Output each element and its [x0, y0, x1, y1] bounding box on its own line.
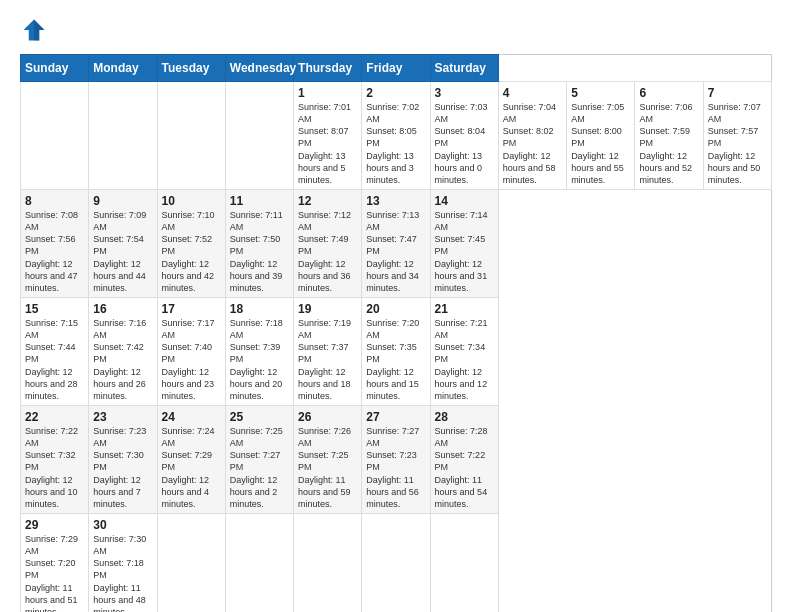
calendar-cell: 6 Sunrise: 7:06 AMSunset: 7:59 PMDayligh…	[635, 82, 703, 190]
day-number: 14	[435, 194, 494, 208]
day-info: Sunrise: 7:09 AMSunset: 7:54 PMDaylight:…	[93, 209, 152, 294]
calendar-cell: 20 Sunrise: 7:20 AMSunset: 7:35 PMDaylig…	[362, 297, 430, 405]
day-number: 30	[93, 518, 152, 532]
calendar-cell	[294, 513, 362, 612]
calendar-table: SundayMondayTuesdayWednesdayThursdayFrid…	[20, 54, 772, 612]
day-number: 17	[162, 302, 221, 316]
day-number: 28	[435, 410, 494, 424]
calendar-cell	[21, 82, 89, 190]
day-number: 20	[366, 302, 425, 316]
day-number: 25	[230, 410, 289, 424]
calendar-cell	[157, 82, 225, 190]
calendar-cell: 3 Sunrise: 7:03 AMSunset: 8:04 PMDayligh…	[430, 82, 498, 190]
calendar-header-sunday: Sunday	[21, 55, 89, 82]
day-number: 29	[25, 518, 84, 532]
calendar-cell	[225, 82, 293, 190]
day-number: 5	[571, 86, 630, 100]
day-number: 4	[503, 86, 562, 100]
calendar-header-row: SundayMondayTuesdayWednesdayThursdayFrid…	[21, 55, 772, 82]
day-info: Sunrise: 7:23 AMSunset: 7:30 PMDaylight:…	[93, 425, 152, 510]
day-number: 19	[298, 302, 357, 316]
day-number: 24	[162, 410, 221, 424]
header	[20, 16, 772, 44]
calendar-header-saturday: Saturday	[430, 55, 498, 82]
calendar-cell	[89, 82, 157, 190]
calendar-cell: 9 Sunrise: 7:09 AMSunset: 7:54 PMDayligh…	[89, 189, 157, 297]
day-info: Sunrise: 7:19 AMSunset: 7:37 PMDaylight:…	[298, 317, 357, 402]
calendar-cell: 29 Sunrise: 7:29 AMSunset: 7:20 PMDaylig…	[21, 513, 89, 612]
calendar-cell: 13 Sunrise: 7:13 AMSunset: 7:47 PMDaylig…	[362, 189, 430, 297]
day-info: Sunrise: 7:14 AMSunset: 7:45 PMDaylight:…	[435, 209, 494, 294]
calendar-cell: 11 Sunrise: 7:11 AMSunset: 7:50 PMDaylig…	[225, 189, 293, 297]
calendar-cell	[362, 513, 430, 612]
day-info: Sunrise: 7:30 AMSunset: 7:18 PMDaylight:…	[93, 533, 152, 612]
calendar-cell: 19 Sunrise: 7:19 AMSunset: 7:37 PMDaylig…	[294, 297, 362, 405]
calendar-cell: 18 Sunrise: 7:18 AMSunset: 7:39 PMDaylig…	[225, 297, 293, 405]
day-number: 18	[230, 302, 289, 316]
calendar-cell	[430, 513, 498, 612]
calendar-cell: 27 Sunrise: 7:27 AMSunset: 7:23 PMDaylig…	[362, 405, 430, 513]
day-number: 10	[162, 194, 221, 208]
day-number: 11	[230, 194, 289, 208]
calendar-week-5: 29 Sunrise: 7:29 AMSunset: 7:20 PMDaylig…	[21, 513, 772, 612]
day-info: Sunrise: 7:18 AMSunset: 7:39 PMDaylight:…	[230, 317, 289, 402]
day-info: Sunrise: 7:07 AMSunset: 7:57 PMDaylight:…	[708, 101, 767, 186]
calendar-cell: 14 Sunrise: 7:14 AMSunset: 7:45 PMDaylig…	[430, 189, 498, 297]
day-number: 12	[298, 194, 357, 208]
day-info: Sunrise: 7:24 AMSunset: 7:29 PMDaylight:…	[162, 425, 221, 510]
day-number: 6	[639, 86, 698, 100]
day-number: 2	[366, 86, 425, 100]
calendar-cell	[225, 513, 293, 612]
logo-icon	[20, 16, 48, 44]
day-info: Sunrise: 7:16 AMSunset: 7:42 PMDaylight:…	[93, 317, 152, 402]
day-info: Sunrise: 7:26 AMSunset: 7:25 PMDaylight:…	[298, 425, 357, 510]
day-info: Sunrise: 7:29 AMSunset: 7:20 PMDaylight:…	[25, 533, 84, 612]
calendar-cell	[157, 513, 225, 612]
day-info: Sunrise: 7:15 AMSunset: 7:44 PMDaylight:…	[25, 317, 84, 402]
day-info: Sunrise: 7:04 AMSunset: 8:02 PMDaylight:…	[503, 101, 562, 186]
calendar-week-2: 8 Sunrise: 7:08 AMSunset: 7:56 PMDayligh…	[21, 189, 772, 297]
logo	[20, 16, 52, 44]
day-number: 15	[25, 302, 84, 316]
day-number: 16	[93, 302, 152, 316]
svg-marker-1	[34, 20, 45, 41]
day-number: 7	[708, 86, 767, 100]
day-number: 26	[298, 410, 357, 424]
calendar-cell: 4 Sunrise: 7:04 AMSunset: 8:02 PMDayligh…	[498, 82, 566, 190]
day-number: 8	[25, 194, 84, 208]
day-info: Sunrise: 7:20 AMSunset: 7:35 PMDaylight:…	[366, 317, 425, 402]
calendar-week-1: 1 Sunrise: 7:01 AMSunset: 8:07 PMDayligh…	[21, 82, 772, 190]
calendar-cell: 7 Sunrise: 7:07 AMSunset: 7:57 PMDayligh…	[703, 82, 771, 190]
calendar-header-tuesday: Tuesday	[157, 55, 225, 82]
day-info: Sunrise: 7:06 AMSunset: 7:59 PMDaylight:…	[639, 101, 698, 186]
day-number: 21	[435, 302, 494, 316]
day-info: Sunrise: 7:13 AMSunset: 7:47 PMDaylight:…	[366, 209, 425, 294]
day-number: 27	[366, 410, 425, 424]
calendar-header-wednesday: Wednesday	[225, 55, 293, 82]
calendar-week-4: 22 Sunrise: 7:22 AMSunset: 7:32 PMDaylig…	[21, 405, 772, 513]
day-info: Sunrise: 7:17 AMSunset: 7:40 PMDaylight:…	[162, 317, 221, 402]
day-number: 13	[366, 194, 425, 208]
day-info: Sunrise: 7:27 AMSunset: 7:23 PMDaylight:…	[366, 425, 425, 510]
day-info: Sunrise: 7:05 AMSunset: 8:00 PMDaylight:…	[571, 101, 630, 186]
calendar-cell: 28 Sunrise: 7:28 AMSunset: 7:22 PMDaylig…	[430, 405, 498, 513]
calendar-cell: 25 Sunrise: 7:25 AMSunset: 7:27 PMDaylig…	[225, 405, 293, 513]
day-info: Sunrise: 7:08 AMSunset: 7:56 PMDaylight:…	[25, 209, 84, 294]
calendar-cell: 10 Sunrise: 7:10 AMSunset: 7:52 PMDaylig…	[157, 189, 225, 297]
calendar-week-3: 15 Sunrise: 7:15 AMSunset: 7:44 PMDaylig…	[21, 297, 772, 405]
day-info: Sunrise: 7:10 AMSunset: 7:52 PMDaylight:…	[162, 209, 221, 294]
calendar-cell: 12 Sunrise: 7:12 AMSunset: 7:49 PMDaylig…	[294, 189, 362, 297]
day-number: 9	[93, 194, 152, 208]
day-number: 3	[435, 86, 494, 100]
calendar-cell: 26 Sunrise: 7:26 AMSunset: 7:25 PMDaylig…	[294, 405, 362, 513]
calendar-header-monday: Monday	[89, 55, 157, 82]
day-info: Sunrise: 7:28 AMSunset: 7:22 PMDaylight:…	[435, 425, 494, 510]
day-info: Sunrise: 7:22 AMSunset: 7:32 PMDaylight:…	[25, 425, 84, 510]
day-info: Sunrise: 7:12 AMSunset: 7:49 PMDaylight:…	[298, 209, 357, 294]
day-info: Sunrise: 7:01 AMSunset: 8:07 PMDaylight:…	[298, 101, 357, 186]
calendar-cell: 22 Sunrise: 7:22 AMSunset: 7:32 PMDaylig…	[21, 405, 89, 513]
calendar-cell: 16 Sunrise: 7:16 AMSunset: 7:42 PMDaylig…	[89, 297, 157, 405]
day-number: 23	[93, 410, 152, 424]
day-info: Sunrise: 7:11 AMSunset: 7:50 PMDaylight:…	[230, 209, 289, 294]
calendar-cell: 1 Sunrise: 7:01 AMSunset: 8:07 PMDayligh…	[294, 82, 362, 190]
